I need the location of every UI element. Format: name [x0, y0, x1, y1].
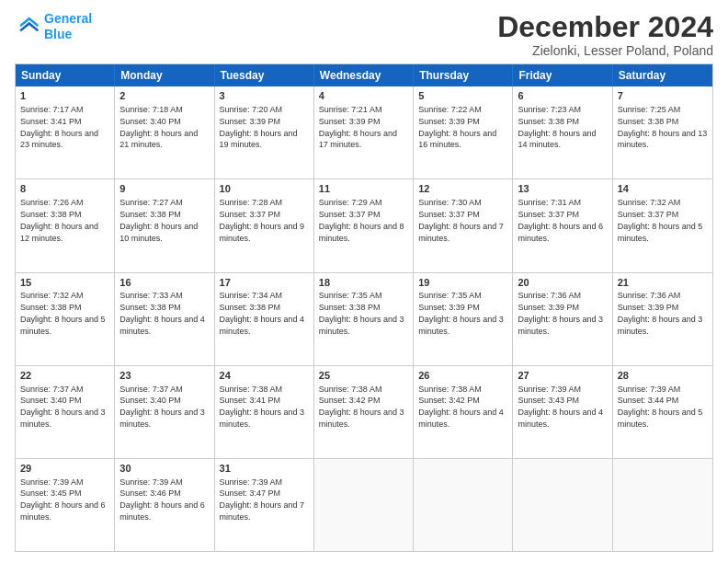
subtitle: Zielonki, Lesser Poland, Poland	[497, 43, 713, 58]
header-monday: Monday	[115, 64, 214, 86]
header-sunday: Sunday	[16, 64, 115, 86]
day-20: 20 Sunrise: 7:36 AMSunset: 3:39 PMDaylig…	[513, 273, 612, 365]
week-row-4: 22 Sunrise: 7:37 AMSunset: 3:40 PMDaylig…	[16, 365, 712, 458]
day-18: 18 Sunrise: 7:35 AMSunset: 3:38 PMDaylig…	[314, 273, 414, 365]
day-22: 22 Sunrise: 7:37 AMSunset: 3:40 PMDaylig…	[16, 366, 115, 458]
empty-cell-4	[613, 459, 712, 551]
day-28: 28 Sunrise: 7:39 AMSunset: 3:44 PMDaylig…	[613, 366, 712, 458]
day-27: 27 Sunrise: 7:39 AMSunset: 3:43 PMDaylig…	[513, 366, 612, 458]
logo-line2: Blue	[44, 27, 72, 41]
day-3: 3 Sunrise: 7:20 AMSunset: 3:39 PMDayligh…	[215, 86, 314, 178]
day-16: 16 Sunrise: 7:33 AMSunset: 3:38 PMDaylig…	[115, 273, 214, 365]
day-12: 12 Sunrise: 7:30 AMSunset: 3:37 PMDaylig…	[414, 179, 513, 271]
day-26: 26 Sunrise: 7:38 AMSunset: 3:42 PMDaylig…	[414, 366, 513, 458]
day-13: 13 Sunrise: 7:31 AMSunset: 3:37 PMDaylig…	[513, 179, 612, 271]
day-14: 14 Sunrise: 7:32 AMSunset: 3:37 PMDaylig…	[613, 179, 712, 271]
day-1: 1 Sunrise: 7:17 AMSunset: 3:41 PMDayligh…	[16, 86, 115, 178]
day-31: 31 Sunrise: 7:39 AMSunset: 3:47 PMDaylig…	[215, 459, 314, 551]
day-6: 6 Sunrise: 7:23 AMSunset: 3:38 PMDayligh…	[513, 86, 612, 178]
header-tuesday: Tuesday	[215, 64, 314, 86]
day-9: 9 Sunrise: 7:27 AMSunset: 3:38 PMDayligh…	[115, 179, 214, 271]
header: General Blue December 2024 Zielonki, Les…	[15, 11, 713, 58]
day-29: 29 Sunrise: 7:39 AMSunset: 3:45 PMDaylig…	[16, 459, 115, 551]
week-row-2: 8 Sunrise: 7:26 AMSunset: 3:38 PMDayligh…	[16, 178, 712, 271]
day-15: 15 Sunrise: 7:32 AMSunset: 3:38 PMDaylig…	[16, 273, 115, 365]
calendar-body: 1 Sunrise: 7:17 AMSunset: 3:41 PMDayligh…	[16, 86, 712, 551]
day-5: 5 Sunrise: 7:22 AMSunset: 3:39 PMDayligh…	[414, 86, 513, 178]
logo-icon	[15, 14, 40, 40]
day-8: 8 Sunrise: 7:26 AMSunset: 3:38 PMDayligh…	[16, 179, 115, 271]
day-17: 17 Sunrise: 7:34 AMSunset: 3:38 PMDaylig…	[215, 273, 314, 365]
day-25: 25 Sunrise: 7:38 AMSunset: 3:42 PMDaylig…	[314, 366, 414, 458]
logo: General Blue	[15, 11, 92, 42]
day-11: 11 Sunrise: 7:29 AMSunset: 3:37 PMDaylig…	[314, 179, 414, 271]
logo-line1: General	[44, 11, 92, 26]
day-4: 4 Sunrise: 7:21 AMSunset: 3:39 PMDayligh…	[314, 86, 414, 178]
day-7: 7 Sunrise: 7:25 AMSunset: 3:38 PMDayligh…	[613, 86, 712, 178]
header-saturday: Saturday	[613, 64, 712, 86]
calendar-header: Sunday Monday Tuesday Wednesday Thursday…	[16, 64, 712, 86]
empty-cell-2	[414, 459, 513, 551]
day-21: 21 Sunrise: 7:36 AMSunset: 3:39 PMDaylig…	[613, 273, 712, 365]
day-10: 10 Sunrise: 7:28 AMSunset: 3:37 PMDaylig…	[215, 179, 314, 271]
week-row-5: 29 Sunrise: 7:39 AMSunset: 3:45 PMDaylig…	[16, 458, 712, 551]
day-2: 2 Sunrise: 7:18 AMSunset: 3:40 PMDayligh…	[115, 86, 214, 178]
empty-cell-1	[314, 459, 414, 551]
day-23: 23 Sunrise: 7:37 AMSunset: 3:40 PMDaylig…	[115, 366, 214, 458]
header-thursday: Thursday	[414, 64, 513, 86]
page: General Blue December 2024 Zielonki, Les…	[0, 0, 728, 563]
day-30: 30 Sunrise: 7:39 AMSunset: 3:46 PMDaylig…	[115, 459, 214, 551]
header-wednesday: Wednesday	[314, 64, 414, 86]
day-19: 19 Sunrise: 7:35 AMSunset: 3:39 PMDaylig…	[414, 273, 513, 365]
svg-rect-0	[15, 14, 40, 40]
day-24: 24 Sunrise: 7:38 AMSunset: 3:41 PMDaylig…	[215, 366, 314, 458]
empty-cell-3	[513, 459, 612, 551]
header-friday: Friday	[513, 64, 612, 86]
calendar: Sunday Monday Tuesday Wednesday Thursday…	[15, 63, 713, 552]
logo-text: General Blue	[44, 11, 92, 42]
main-title: December 2024	[497, 11, 713, 43]
week-row-3: 15 Sunrise: 7:32 AMSunset: 3:38 PMDaylig…	[16, 272, 712, 365]
week-row-1: 1 Sunrise: 7:17 AMSunset: 3:41 PMDayligh…	[16, 86, 712, 178]
title-block: December 2024 Zielonki, Lesser Poland, P…	[497, 11, 713, 58]
